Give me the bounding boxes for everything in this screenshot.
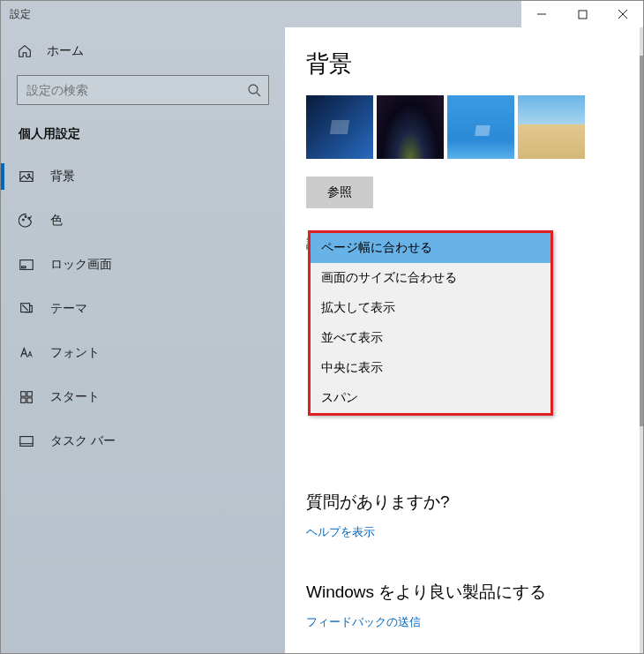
- sidebar-item-start[interactable]: スタート: [1, 379, 285, 416]
- wallpaper-thumb[interactable]: [518, 95, 585, 159]
- wallpaper-thumbnails: [306, 95, 643, 159]
- sidebar: ホーム 個人用設定 背景 色 ロック画面 テーマ フォント スター: [1, 27, 285, 654]
- svg-rect-16: [21, 398, 26, 402]
- svg-point-9: [25, 216, 26, 218]
- svg-rect-1: [579, 11, 587, 19]
- page-title: 背景: [306, 49, 643, 79]
- fit-option[interactable]: 拡大して表示: [311, 293, 550, 323]
- minimize-button[interactable]: [521, 1, 562, 27]
- picture-icon: [19, 169, 34, 184]
- fit-option[interactable]: 中央に表示: [311, 353, 550, 383]
- svg-point-7: [28, 174, 30, 176]
- sidebar-item-fonts[interactable]: フォント: [1, 335, 285, 372]
- category-label: 個人用設定: [1, 121, 285, 158]
- svg-point-8: [23, 219, 25, 221]
- taskbar-icon: [19, 433, 34, 449]
- wallpaper-thumb[interactable]: [377, 95, 444, 159]
- sidebar-item-themes[interactable]: テーマ: [1, 290, 285, 327]
- title-bar: 設定: [1, 1, 643, 27]
- minimize-icon: [536, 9, 547, 19]
- scrollbar[interactable]: [640, 27, 643, 654]
- sidebar-item-label: テーマ: [50, 301, 87, 317]
- search-input-wrap[interactable]: [17, 75, 269, 105]
- sidebar-item-taskbar[interactable]: タスク バー: [1, 423, 285, 460]
- wallpaper-thumb[interactable]: [447, 95, 514, 159]
- svg-point-4: [249, 85, 258, 94]
- sidebar-item-label: 背景: [50, 169, 75, 184]
- sidebar-item-label: スタート: [50, 389, 100, 405]
- window-title: 設定: [1, 7, 31, 22]
- start-icon: [19, 389, 34, 405]
- scrollbar-thumb[interactable]: [640, 56, 643, 426]
- maximize-icon: [578, 10, 588, 19]
- svg-rect-17: [27, 398, 32, 402]
- wallpaper-thumb[interactable]: [306, 95, 373, 159]
- svg-line-5: [257, 93, 260, 96]
- feedback-link[interactable]: フィードバックの送信: [306, 614, 421, 630]
- fit-dropdown-open[interactable]: ページ幅に合わせる 画面のサイズに合わせる 拡大して表示 並べて表示 中央に表示…: [308, 230, 553, 416]
- home-label: ホーム: [47, 43, 84, 59]
- search-input[interactable]: [26, 83, 247, 97]
- svg-rect-14: [21, 392, 26, 396]
- browse-button[interactable]: 参照: [306, 177, 373, 208]
- search-icon: [247, 83, 261, 97]
- palette-icon: [19, 213, 34, 229]
- improve-heading: Windows をより良い製品にする: [306, 581, 643, 604]
- sidebar-item-label: フォント: [50, 345, 100, 361]
- svg-rect-15: [27, 392, 32, 396]
- font-icon: [19, 345, 34, 361]
- sidebar-item-label: タスク バー: [50, 433, 116, 449]
- sidebar-item-lockscreen[interactable]: ロック画面: [1, 246, 285, 283]
- svg-rect-18: [20, 437, 33, 447]
- help-link[interactable]: ヘルプを表示: [306, 524, 375, 540]
- svg-point-10: [28, 217, 30, 219]
- sidebar-item-label: ロック画面: [50, 257, 112, 273]
- fit-option[interactable]: 画面のサイズに合わせる: [311, 263, 550, 293]
- home-button[interactable]: ホーム: [1, 36, 285, 66]
- lockscreen-icon: [19, 257, 34, 273]
- theme-icon: [19, 301, 34, 317]
- close-button[interactable]: [603, 1, 643, 27]
- sidebar-item-label: 色: [50, 213, 63, 229]
- svg-rect-12: [22, 267, 26, 268]
- close-icon: [618, 9, 628, 19]
- sidebar-item-background[interactable]: 背景: [1, 158, 285, 195]
- svg-rect-6: [20, 172, 33, 182]
- home-icon: [17, 43, 33, 59]
- fit-option[interactable]: スパン: [311, 383, 550, 413]
- sidebar-item-colors[interactable]: 色: [1, 202, 285, 239]
- maximize-button[interactable]: [562, 1, 603, 27]
- fit-option[interactable]: 並べて表示: [311, 323, 550, 353]
- fit-option[interactable]: ページ幅に合わせる: [311, 233, 550, 263]
- question-heading: 質問がありますか?: [306, 491, 643, 514]
